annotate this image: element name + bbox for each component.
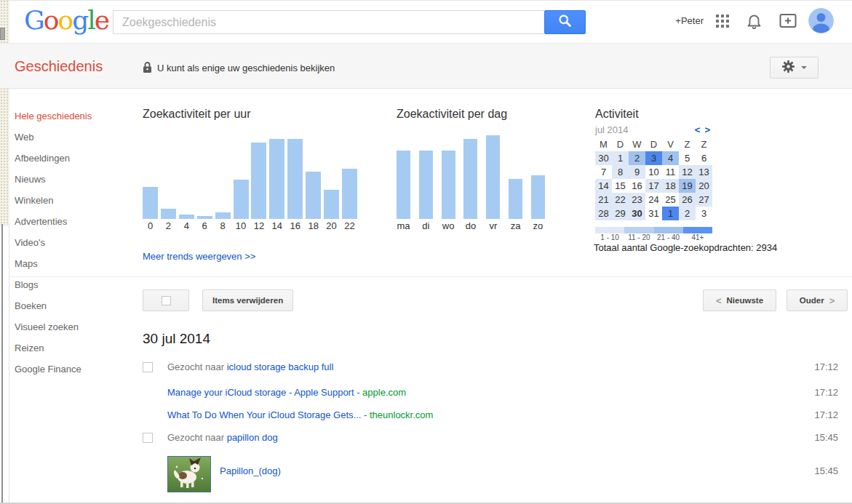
calendar-day[interactable]: 27 (696, 193, 712, 207)
search-query-link[interactable]: papillon dog (227, 432, 278, 443)
result-title-link[interactable]: What To Do When Your iCloud Storage Gets… (167, 409, 370, 420)
calendar-legend-bar (595, 227, 712, 233)
apps-grid-icon[interactable] (716, 15, 729, 28)
select-all-checkbox[interactable] (162, 296, 171, 305)
select-item-checkbox[interactable] (143, 362, 153, 372)
calendar-day[interactable]: 2 (679, 207, 696, 220)
notifications-bell-icon[interactable] (747, 12, 762, 30)
calendar-day[interactable]: 4 (662, 151, 679, 165)
calendar-day[interactable]: 21 (595, 193, 612, 207)
older-button[interactable]: Ouder > (787, 289, 848, 311)
calendar-day[interactable]: 22 (612, 193, 629, 207)
result-title-link[interactable]: Manage your iCloud storage - Apple Suppo… (167, 387, 362, 398)
sidebar-item-blogs[interactable]: Blogs (15, 279, 135, 300)
sidebar-item-advertenties[interactable]: Advertenties (15, 216, 135, 237)
calendar-day[interactable]: 25 (662, 193, 679, 207)
background-window-border (1, 224, 3, 504)
sidebar: Hele geschiedenis Web Afbeeldingen Nieuw… (15, 111, 135, 385)
chart-bar (419, 151, 433, 219)
share-box-icon[interactable] (779, 13, 797, 29)
sidebar-item-nieuws[interactable]: Nieuws (15, 174, 135, 195)
sidebar-item-reizen[interactable]: Reizen (15, 343, 135, 364)
calendar-day[interactable]: 30 (595, 151, 612, 165)
calendar-day-header: Z (679, 137, 696, 151)
calendar-day[interactable]: 9 (629, 165, 645, 179)
calendar-day[interactable]: 1 (662, 207, 679, 220)
result-site-link[interactable]: apple.com (362, 387, 406, 398)
chart-bar (269, 139, 284, 219)
settings-button[interactable] (770, 57, 819, 79)
calendar-day[interactable]: 28 (595, 207, 612, 220)
calendar-day[interactable]: 14 (595, 179, 612, 193)
calendar-day[interactable]: 13 (696, 165, 712, 179)
more-trends-link[interactable]: Meer trends weergeven >> (143, 251, 255, 262)
total-searches-text: Totaal aantal Google-zoekopdrachten: 293… (594, 242, 777, 253)
calendar-day[interactable]: 1 (612, 151, 629, 165)
calendar-day[interactable]: 7 (595, 165, 612, 179)
calendar-day[interactable]: 6 (696, 151, 712, 165)
select-all-button[interactable] (143, 289, 189, 311)
tick-label: 16 (287, 220, 303, 231)
tick-label: do (463, 220, 477, 231)
tick-label: 14 (269, 220, 284, 231)
chart-bar (215, 212, 231, 219)
tick-label: 22 (342, 220, 357, 231)
sidebar-item-google-finance[interactable]: Google Finance (15, 364, 135, 385)
profile-name-link[interactable]: +Peter (664, 15, 704, 26)
calendar-day[interactable]: 18 (662, 179, 679, 193)
calendar-day[interactable]: 24 (645, 193, 662, 207)
avatar[interactable] (808, 8, 834, 33)
calendar-day[interactable]: 30 (629, 207, 645, 220)
sidebar-item-visueel-zoeken[interactable]: Visueel zoeken (15, 321, 135, 343)
calendar-legend-labels: 1 - 1011 - 2021 - 4041+ (595, 233, 712, 241)
search-input[interactable] (113, 10, 544, 34)
tick-label: di (419, 220, 433, 231)
calendar-day[interactable]: 15 (612, 179, 629, 193)
calendar-day[interactable]: 10 (645, 165, 662, 179)
tick-label: 6 (197, 220, 212, 231)
calendar-day-header: M (595, 137, 612, 151)
chart-bar (463, 139, 477, 219)
calendar-day[interactable]: 5 (679, 151, 696, 165)
calendar-day[interactable]: 3 (645, 151, 662, 165)
papillon-dog-thumbnail[interactable] (167, 456, 211, 492)
history-entry-search: Gezocht naar papillon dog (167, 432, 278, 443)
sidebar-item-hele-geschiedenis[interactable]: Hele geschiedenis (15, 111, 135, 132)
calendar-day[interactable]: 17 (645, 179, 662, 193)
calendar-week-row: 30123456 (595, 151, 712, 165)
calendar-next-button[interactable]: > (702, 124, 712, 135)
legend-swatch (654, 227, 683, 233)
sidebar-item-web[interactable]: Web (15, 132, 135, 153)
select-item-checkbox[interactable] (143, 433, 153, 443)
history-entry-result: Manage your iCloud storage - Apple Suppo… (167, 387, 406, 398)
day-chart-axis: madiwodovrzazo (397, 220, 545, 231)
result-title-link[interactable]: Papillon_(dog) (220, 465, 281, 476)
calendar-prev-button[interactable]: < (693, 124, 703, 135)
calendar-day[interactable]: 12 (679, 165, 696, 179)
sidebar-item-winkelen[interactable]: Winkelen (15, 195, 135, 216)
result-site-link[interactable]: theunlockr.com (370, 409, 433, 420)
calendar-day[interactable]: 8 (612, 165, 629, 179)
sidebar-item-videos[interactable]: Video's (15, 237, 135, 258)
newer-button[interactable]: < Nieuwste (703, 289, 776, 311)
google-logo[interactable]: Google (24, 4, 108, 36)
calendar-day[interactable]: 11 (662, 165, 679, 179)
calendar-day[interactable]: 16 (629, 179, 645, 193)
sidebar-item-boeken[interactable]: Boeken (15, 300, 135, 321)
calendar-day[interactable]: 19 (679, 179, 696, 193)
calendar-day[interactable]: 31 (645, 207, 662, 220)
calendar-day[interactable]: 23 (629, 193, 645, 207)
search-query-link[interactable]: icloud storage backup full (227, 361, 334, 372)
calendar-day[interactable]: 2 (629, 151, 645, 165)
calendar-day[interactable]: 20 (696, 179, 712, 193)
calendar-title: Activiteit (595, 108, 712, 121)
calendar-day-header: D (645, 137, 662, 151)
delete-items-button[interactable]: Items verwijderen (202, 289, 293, 311)
search-button[interactable] (544, 10, 586, 34)
entry-timestamp: 17:12 (814, 361, 838, 372)
calendar-day[interactable]: 3 (696, 207, 712, 220)
calendar-day[interactable]: 29 (612, 207, 629, 220)
calendar-day[interactable]: 26 (679, 193, 696, 207)
chevron-left-icon: < (716, 295, 722, 306)
sidebar-item-afbeeldingen[interactable]: Afbeeldingen (15, 153, 135, 174)
